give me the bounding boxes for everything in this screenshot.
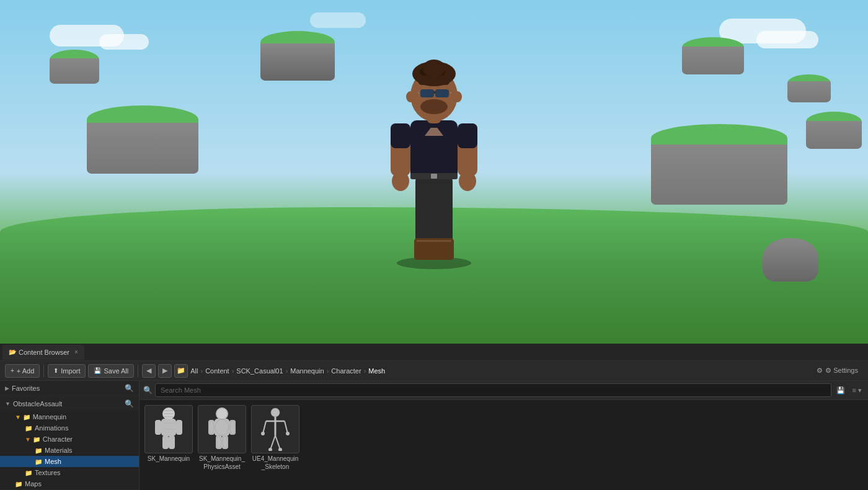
rock-right	[763, 238, 818, 282]
svg-point-67	[278, 448, 282, 451]
svg-point-15	[459, 171, 476, 191]
tree-label-character: Character	[43, 435, 73, 443]
favorites-header[interactable]: ▶ Favorites 🔍	[0, 381, 139, 396]
tree-label-maps: Maps	[25, 480, 42, 488]
save-search-button[interactable]: 💾	[834, 385, 848, 396]
tree-label-animations: Animations	[35, 424, 68, 432]
svg-rect-27	[433, 91, 436, 94]
asset-label-3: UE4_Mannequin_Skeleton	[251, 455, 299, 471]
folder-mesh-icon: 📁	[35, 458, 42, 465]
nav-forward-button[interactable]: ▶	[158, 364, 172, 378]
settings-button[interactable]: ⚙ ⚙ Settings	[812, 365, 863, 376]
asset-sk-mannequin[interactable]: SK_Mannequin	[143, 404, 194, 486]
assets-area: 🔍 💾 ≡ ▾	[140, 381, 868, 490]
asset-thumbnail-3	[251, 405, 299, 453]
svg-point-30	[406, 91, 415, 102]
tree-item-mannequin[interactable]: ▼ 📁 Mannequin	[0, 411, 139, 422]
settings-label: ⚙ Settings	[825, 367, 858, 375]
tree-item-character[interactable]: ▼ 📁 Character	[0, 434, 139, 445]
svg-rect-36	[155, 420, 161, 435]
tree-label-materials: Materials	[45, 447, 73, 454]
save-all-button[interactable]: 💾 Save All	[88, 364, 134, 378]
character	[366, 33, 502, 269]
island-top-left	[50, 50, 99, 84]
nav-back-button[interactable]: ◀	[142, 364, 156, 378]
gear-icon: ⚙	[817, 367, 823, 375]
favorites-section: ▶ Favorites 🔍	[0, 381, 139, 396]
toolbar: + + Add ⬆ Import 💾 Save All ◀ ▶ 📁 All › …	[0, 361, 868, 381]
breadcrumb-all[interactable]: All	[190, 367, 198, 375]
content-area: ▶ Favorites 🔍 ▼ ObstacleAssault 🔍	[0, 381, 868, 490]
content-browser-tab[interactable]: 📂 Content Browser ×	[2, 345, 84, 360]
search-area: 🔍 💾 ≡ ▾	[140, 381, 868, 400]
favorites-search-button[interactable]: 🔍	[125, 384, 134, 393]
svg-rect-12	[391, 123, 410, 148]
sep-4: ›	[327, 367, 329, 375]
folder-tree-button[interactable]: 📁	[174, 364, 188, 378]
cloud-4	[756, 31, 818, 48]
tree-label-mannequin: Mannequin	[33, 413, 66, 421]
sidebar: ▶ Favorites 🔍 ▼ ObstacleAssault 🔍	[0, 381, 140, 490]
project-search-button[interactable]: 🔍	[125, 399, 134, 408]
svg-point-65	[286, 432, 290, 435]
add-button[interactable]: + + Add	[5, 364, 40, 378]
asset-ue4-skeleton[interactable]: UE4_Mannequin_Skeleton	[250, 404, 301, 486]
tree-label-textures: Textures	[35, 469, 61, 476]
breadcrumb-character[interactable]: Character	[331, 367, 361, 375]
asset-thumbnail-1	[144, 405, 193, 453]
project-label: ObstacleAssault	[13, 400, 62, 408]
folder-textures-icon: 📁	[25, 470, 32, 476]
search-input[interactable]	[155, 383, 831, 397]
island-left	[87, 105, 198, 174]
viewport	[0, 0, 868, 344]
assets-grid: SK_Mannequin	[140, 400, 868, 490]
tree-item-maps[interactable]: 📁 Maps	[0, 478, 139, 489]
island-right	[651, 124, 787, 205]
svg-rect-25	[420, 89, 434, 97]
sep-1: ›	[200, 367, 203, 375]
sep-3: ›	[286, 367, 288, 375]
tab-bar: 📂 Content Browser ×	[0, 344, 868, 361]
breadcrumb: All › Content › SCK_Casual01 › Mannequin…	[190, 367, 809, 375]
add-label: + Add	[17, 367, 34, 375]
folder-icon: 📁	[177, 367, 185, 375]
breadcrumb-sck[interactable]: SCK_Casual01	[236, 367, 283, 375]
tab-close-button[interactable]: ×	[74, 349, 78, 355]
island-far-right-2	[787, 74, 831, 102]
svg-line-61	[285, 421, 288, 434]
breadcrumb-mesh: Mesh	[368, 367, 385, 375]
tab-folder-icon: 📂	[9, 349, 16, 355]
svg-line-62	[270, 435, 275, 450]
breadcrumb-mannequin[interactable]: Mannequin	[290, 367, 324, 375]
asset-thumbnail-2	[198, 405, 246, 453]
svg-rect-46	[215, 419, 229, 436]
back-arrow-icon: ◀	[146, 367, 151, 375]
breadcrumb-content[interactable]: Content	[205, 367, 229, 375]
tab-label: Content Browser	[19, 349, 69, 356]
svg-point-23	[423, 60, 445, 77]
svg-rect-26	[435, 89, 449, 97]
filter-button[interactable]: ≡ ▾	[850, 385, 864, 396]
tree-item-animations[interactable]: 📁 Animations	[0, 422, 139, 434]
svg-rect-5	[417, 240, 434, 242]
folder-character-icon: ▼ 📁	[25, 436, 40, 443]
tree-item-materials[interactable]: 📁 Materials	[0, 445, 139, 456]
folder-materials-icon: 📁	[35, 447, 42, 454]
tree-item-mesh[interactable]: 📁 Mesh	[0, 456, 139, 467]
svg-rect-45	[216, 408, 228, 420]
import-button[interactable]: ⬆ Import	[48, 364, 86, 378]
separator-2	[138, 365, 138, 377]
island-top-center	[260, 31, 335, 81]
svg-rect-38	[162, 435, 169, 449]
svg-point-66	[268, 448, 272, 451]
project-header[interactable]: ▼ ObstacleAssault 🔍	[0, 396, 139, 411]
folder-mannequin-icon: ▼ 📁	[15, 414, 30, 421]
svg-line-28	[418, 92, 419, 93]
folder-animations-icon: 📁	[25, 425, 32, 432]
island-top-right	[682, 37, 744, 74]
bottom-panel: 📂 Content Browser × + + Add ⬆ Import 💾 S…	[0, 344, 868, 490]
save-icon: 💾	[94, 367, 101, 374]
svg-line-29	[450, 92, 451, 93]
tree-item-textures[interactable]: 📁 Textures	[0, 467, 139, 478]
asset-sk-mannequin-physics[interactable]: SK_Mannequin_PhysicsAsset	[197, 404, 247, 486]
